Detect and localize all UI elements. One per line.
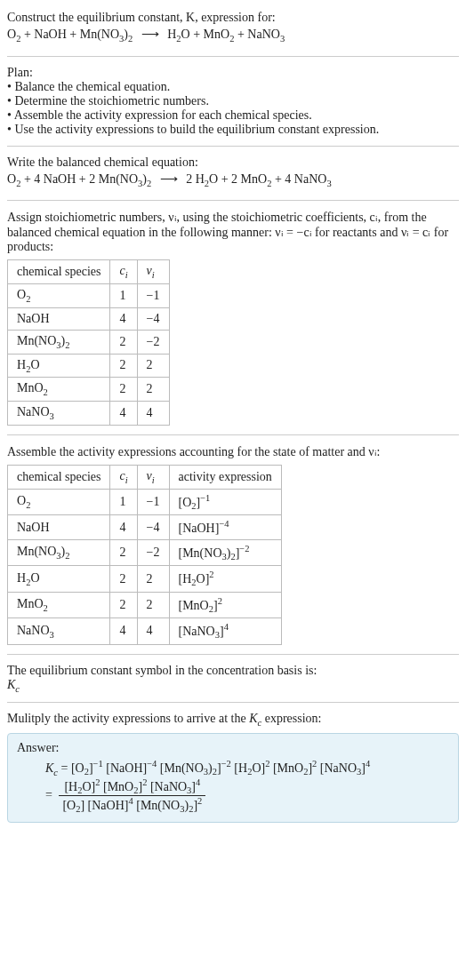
plan-b2: • Determine the stoichiometric numbers. xyxy=(7,94,459,108)
v-val: −4 xyxy=(137,515,169,540)
table-row: MnO222[MnO2]2 xyxy=(8,592,282,617)
v-val: 2 xyxy=(137,592,169,617)
c-val: 2 xyxy=(110,378,137,402)
table-row: O21−1[O2]−1 xyxy=(8,489,282,514)
divider xyxy=(7,434,459,435)
species: NaNO3 xyxy=(8,618,110,644)
kc-symbol-heading: The equilibrium constant symbol in the c… xyxy=(7,664,459,678)
col-c: ci xyxy=(110,260,137,284)
divider xyxy=(7,146,459,147)
intro: Construct the equilibrium constant, K, e… xyxy=(7,5,459,52)
species: O2 xyxy=(8,489,110,514)
activity-expr: [MnO2]2 xyxy=(169,592,281,617)
table-row: NaNO344[NaNO3]4 xyxy=(8,618,282,644)
v-val: 2 xyxy=(137,566,169,592)
activity-table: chemical species ci νi activity expressi… xyxy=(7,465,282,645)
table-header-row: chemical species ci νi activity expressi… xyxy=(8,465,282,489)
v-val: −4 xyxy=(137,307,169,330)
answer-box: Answer: Kc = [O2]−1 [NaOH]−4 [Mn(NO3)2]−… xyxy=(7,733,459,822)
c-val: 4 xyxy=(110,307,137,330)
species: NaOH xyxy=(8,515,110,540)
activity-expr: [NaNO3]4 xyxy=(169,618,281,644)
divider xyxy=(7,702,459,703)
c-val: 2 xyxy=(110,330,137,354)
c-val: 4 xyxy=(110,515,137,540)
activity-expr: [O2]−1 xyxy=(169,489,281,514)
col-activity: activity expression xyxy=(169,465,281,489)
arrow-icon: ⟶ xyxy=(155,172,183,186)
col-c: ci xyxy=(110,465,137,489)
species: O2 xyxy=(8,283,110,307)
c-val: 4 xyxy=(110,618,137,644)
v-val: −1 xyxy=(137,283,169,307)
col-species: chemical species xyxy=(8,465,110,489)
c-val: 4 xyxy=(110,402,137,426)
v-val: 4 xyxy=(137,402,169,426)
table-row: NaOH4−4[NaOH]−4 xyxy=(8,515,282,540)
balanced-block: Write the balanced chemical equation: O2… xyxy=(7,150,459,197)
v-val: 2 xyxy=(137,354,169,378)
species: Mn(NO3)2 xyxy=(8,330,110,354)
table-row: H2O22 xyxy=(8,354,170,378)
c-val: 2 xyxy=(110,566,137,592)
species: MnO2 xyxy=(8,592,110,617)
c-val: 1 xyxy=(110,489,137,514)
kc-letter: K xyxy=(7,678,15,691)
kc-line2: = [H2O]2 [MnO2]2 [NaNO3]4 [O2] [NaOH]4 [… xyxy=(45,777,449,815)
table-header-row: chemical species ci νi xyxy=(8,260,170,284)
divider xyxy=(7,200,459,201)
col-v: νi xyxy=(137,260,169,284)
intro-line1: Construct the equilibrium constant, K, e… xyxy=(7,11,459,25)
c-val: 1 xyxy=(110,283,137,307)
multiply-heading: Mulitply the activity expressions to arr… xyxy=(7,712,459,728)
kc-line1: Kc = [O2]−1 [NaOH]−4 [Mn(NO3)2]−2 [H2O]2… xyxy=(45,759,449,777)
v-val: −2 xyxy=(137,539,169,565)
kc-sub: c xyxy=(15,683,20,693)
answer-label: Answer: xyxy=(17,741,449,755)
activity-block: Assemble the activity expressions accoun… xyxy=(7,439,459,650)
plan-b1: • Balance the chemical equation. xyxy=(7,80,459,94)
kc-numerator: [H2O]2 [MnO2]2 [NaNO3]4 xyxy=(59,777,205,796)
divider xyxy=(7,56,459,57)
v-val: 4 xyxy=(137,618,169,644)
plan-heading: Plan: xyxy=(7,66,459,80)
species: H2O xyxy=(8,566,110,592)
stoich-table: chemical species ci νi O21−1 NaOH4−4 Mn(… xyxy=(7,259,170,426)
col-v: νi xyxy=(137,465,169,489)
activity-expr: [H2O]2 xyxy=(169,566,281,592)
table-row: Mn(NO3)22−2 xyxy=(8,330,170,354)
table-row: O21−1 xyxy=(8,283,170,307)
c-val: 2 xyxy=(110,592,137,617)
table-row: NaOH4−4 xyxy=(8,307,170,330)
activity-heading: Assemble the activity expressions accoun… xyxy=(7,444,459,459)
v-val: −1 xyxy=(137,489,169,514)
table-row: H2O22[H2O]2 xyxy=(8,566,282,592)
species: H2O xyxy=(8,354,110,378)
arrow-icon: ⟶ xyxy=(136,28,165,41)
stoich-block: Assign stoichiometric numbers, νᵢ, using… xyxy=(7,204,459,431)
plan-b3: • Assemble the activity expression for e… xyxy=(7,108,459,123)
stoich-heading: Assign stoichiometric numbers, νᵢ, using… xyxy=(7,210,459,254)
table-row: Mn(NO3)22−2[Mn(NO3)2]−2 xyxy=(8,539,282,565)
activity-expr: [NaOH]−4 xyxy=(169,515,281,540)
plan: Plan: • Balance the chemical equation. •… xyxy=(7,60,459,142)
kc-symbol-block: The equilibrium constant symbol in the c… xyxy=(7,658,459,699)
activity-expr: [Mn(NO3)2]−2 xyxy=(169,539,281,565)
divider xyxy=(7,654,459,655)
kc-symbol: Kc xyxy=(7,678,459,694)
species: MnO2 xyxy=(8,378,110,402)
kc-expression: Kc = [O2]−1 [NaOH]−4 [Mn(NO3)2]−2 [H2O]2… xyxy=(45,759,449,814)
species: NaNO3 xyxy=(8,402,110,426)
c-val: 2 xyxy=(110,354,137,378)
kc-denominator: [O2] [NaOH]4 [Mn(NO3)2]2 xyxy=(59,796,205,814)
table-row: NaNO344 xyxy=(8,402,170,426)
kc-fraction: [H2O]2 [MnO2]2 [NaNO3]4 [O2] [NaOH]4 [Mn… xyxy=(59,777,205,815)
col-species: chemical species xyxy=(8,260,110,284)
unbalanced-equation: O2 + NaOH + Mn(NO3)2 ⟶ H2O + MnO2 + NaNO… xyxy=(7,25,459,47)
species: NaOH xyxy=(8,307,110,330)
c-val: 2 xyxy=(110,539,137,565)
v-val: −2 xyxy=(137,330,169,354)
table-row: MnO222 xyxy=(8,378,170,402)
multiply-block: Mulitply the activity expressions to arr… xyxy=(7,706,459,827)
plan-b4: • Use the activity expressions to build … xyxy=(7,123,459,137)
